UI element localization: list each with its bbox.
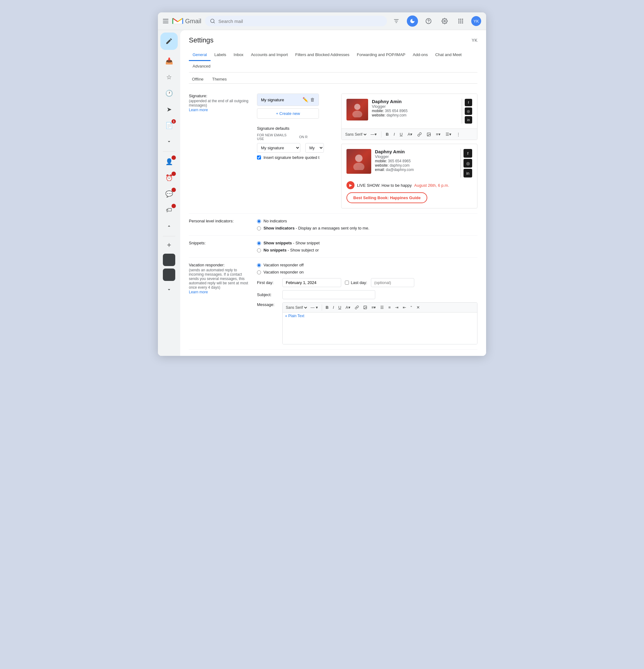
compose-button[interactable] — [160, 32, 178, 50]
tab-advanced[interactable]: Advanced — [189, 61, 214, 72]
msg-underline-btn[interactable]: U — [337, 304, 343, 311]
help-icon[interactable] — [423, 15, 434, 27]
linkedin-icon[interactable]: in — [465, 116, 472, 124]
instagram-icon-big[interactable]: ◎ — [463, 159, 472, 168]
compose-icon — [165, 38, 173, 45]
book-button[interactable]: Best Selling Book: Happines Guide — [346, 193, 427, 203]
sidebar-item-starred[interactable]: ☆ — [160, 70, 178, 85]
italic-btn[interactable]: I — [392, 131, 397, 138]
app-shortcut-1[interactable] — [163, 254, 175, 266]
app-shortcut-2[interactable] — [163, 269, 175, 281]
msg-textcolor-btn[interactable]: A▾ — [344, 304, 352, 311]
image-btn[interactable] — [425, 131, 433, 138]
reply-sig-select[interactable]: My — [305, 143, 324, 153]
text-color-btn[interactable]: A▾ — [405, 131, 414, 138]
msg-bullets-btn[interactable]: ☰ — [378, 304, 386, 311]
msg-align-btn[interactable]: ≡▾ — [370, 304, 378, 311]
font-size-btn[interactable]: —▾ — [369, 131, 379, 138]
tab-accounts[interactable]: Accounts and Import — [247, 49, 291, 61]
msg-image-btn[interactable] — [361, 304, 369, 311]
sidebar-item-snoozed[interactable]: 🕐 — [160, 86, 178, 101]
sidebar-item-contacts[interactable]: 👤 — [160, 154, 178, 169]
msg-bold-btn[interactable]: B — [324, 304, 330, 311]
dark-mode-icon[interactable] — [407, 15, 418, 27]
show-indicators-radio[interactable] — [257, 226, 261, 230]
subject-input[interactable] — [282, 290, 375, 299]
facebook-icon-big[interactable]: f — [463, 149, 472, 158]
sidebar-item-drafts[interactable]: 📄 1 — [160, 118, 178, 133]
first-day-input[interactable] — [282, 278, 341, 287]
sub-tab-themes[interactable]: Themes — [209, 75, 230, 83]
msg-font-select[interactable]: Sans Serif — [285, 305, 308, 310]
search-bar[interactable] — [205, 16, 387, 26]
vacation-on-radio[interactable] — [257, 270, 261, 274]
sidebar-item-more[interactable] — [160, 134, 178, 149]
lastday-checkbox[interactable] — [345, 281, 349, 285]
tab-filters[interactable]: Filters and Blocked Addresses — [292, 49, 353, 61]
sidebar-item-tags[interactable]: 🏷 — [160, 202, 178, 217]
settings-user[interactable]: YK — [472, 38, 477, 43]
menu-icon[interactable] — [163, 19, 169, 23]
underline-btn[interactable]: U — [398, 131, 404, 138]
msg-body[interactable] — [283, 319, 477, 344]
sidebar-item-chat[interactable]: 💬 — [160, 186, 178, 201]
no-snippets-radio[interactable] — [257, 248, 261, 253]
msg-numbered-btn[interactable]: ≡ — [386, 304, 392, 311]
show-snippets-option[interactable]: Show snippets - Show snippet — [257, 241, 477, 245]
linkedin-icon-big[interactable]: in — [463, 169, 472, 177]
first-day-label: First day: — [257, 280, 278, 285]
msg-outdent-btn[interactable]: ⇤ — [401, 304, 408, 311]
delete-sig-icon[interactable]: 🗑 — [310, 97, 315, 102]
show-snippets-radio[interactable] — [257, 241, 261, 245]
tab-general[interactable]: General — [189, 49, 211, 61]
tab-chat[interactable]: Chat and Meet — [432, 49, 466, 61]
msg-link-btn[interactable] — [353, 304, 361, 311]
link-btn[interactable] — [415, 131, 424, 138]
settings-icon[interactable] — [439, 15, 450, 27]
vacation-learn-more[interactable]: Learn more — [189, 290, 208, 294]
sig-list-item[interactable]: My signature ✏️ 🗑 — [257, 94, 319, 105]
no-indicators-option[interactable]: No indicators — [257, 219, 477, 223]
tab-labels[interactable]: Labels — [211, 49, 230, 61]
filter-icon[interactable] — [391, 15, 402, 27]
no-indicators-radio[interactable] — [257, 219, 261, 223]
bold-btn[interactable]: B — [384, 131, 390, 138]
msg-indent-btn[interactable]: ⇥ — [393, 304, 400, 311]
new-email-sig-select[interactable]: My signature — [257, 143, 300, 153]
tab-addons[interactable]: Add-ons — [409, 49, 431, 61]
sidebar-expand-more[interactable] — [160, 282, 178, 297]
add-other-button[interactable] — [163, 239, 175, 251]
instagram-icon[interactable]: ◎ — [465, 108, 472, 115]
list-btn[interactable]: ☰▾ — [444, 131, 453, 138]
show-indicators-option[interactable]: Show indicators - Display an a messages … — [257, 226, 477, 230]
sidebar-item-sent[interactable]: ➤ — [160, 102, 178, 117]
create-sig-button[interactable]: + Create new — [257, 109, 319, 119]
vacation-off-radio[interactable] — [257, 263, 261, 267]
tab-forwarding[interactable]: Forwarding and POP/IMAP — [353, 49, 409, 61]
msg-clear-btn[interactable]: ✕ — [415, 304, 422, 311]
msg-italic-btn[interactable]: I — [331, 304, 336, 311]
sub-tab-offline[interactable]: Offline — [189, 75, 206, 83]
align-btn[interactable]: ≡▾ — [434, 131, 442, 138]
font-select[interactable]: Sans Serif — [344, 132, 368, 137]
tab-inbox[interactable]: Inbox — [230, 49, 247, 61]
lastday-input[interactable] — [371, 278, 414, 287]
sidebar-item-collapse[interactable] — [160, 219, 178, 233]
signature-learn-more[interactable]: Learn more — [189, 108, 208, 112]
vacation-on-option[interactable]: Vacation responder on — [257, 270, 477, 274]
user-avatar[interactable]: YK — [471, 16, 481, 26]
vacation-off-option[interactable]: Vacation responder off — [257, 262, 477, 267]
no-snippets-option[interactable]: No snippets - Show subject or — [257, 248, 477, 253]
facebook-icon[interactable]: f — [465, 99, 472, 106]
insert-sig-checkbox[interactable] — [257, 156, 261, 159]
apps-icon[interactable] — [455, 15, 466, 27]
sidebar-item-reminders[interactable]: ⏰ — [160, 170, 178, 185]
msg-quote-btn[interactable]: " — [409, 304, 414, 311]
plain-text-link[interactable]: « Plain Text — [283, 313, 307, 319]
play-button[interactable]: ▶ — [346, 181, 355, 189]
msg-fontsize-btn[interactable]: — ▾ — [309, 304, 320, 311]
edit-sig-icon[interactable]: ✏️ — [302, 97, 309, 102]
more-btn[interactable]: ⋮ — [455, 131, 462, 138]
sidebar-item-inbox[interactable]: 📥 — [160, 54, 178, 69]
search-input[interactable] — [218, 18, 382, 24]
